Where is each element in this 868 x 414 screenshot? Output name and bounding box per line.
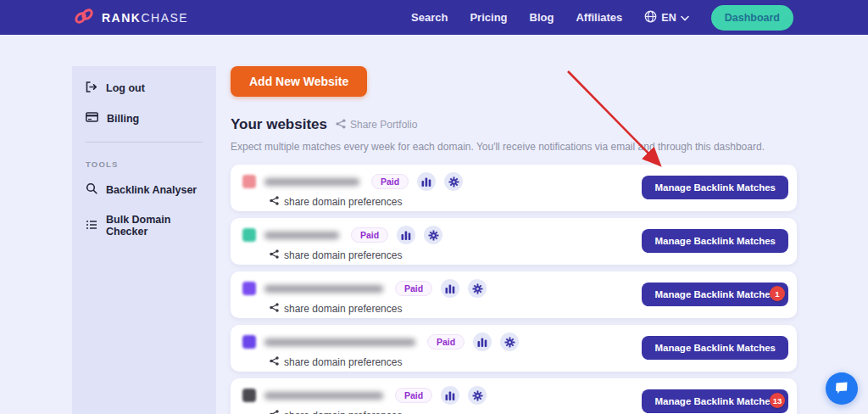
sidebar-item-logout[interactable]: Log out [86, 81, 203, 95]
site-favicon [242, 228, 256, 242]
site-domain-blurred [264, 232, 339, 239]
website-card: Paid [231, 218, 797, 265]
add-new-website-button[interactable]: Add New Website [231, 66, 367, 97]
paid-badge: Paid [395, 388, 432, 403]
bar-chart-icon [445, 391, 455, 400]
nav-links: Search Pricing Blog Affiliates EN Dashbo… [411, 5, 793, 31]
share-preferences-label: share domain preferences [284, 249, 402, 261]
chat-bubble-icon [834, 382, 849, 395]
share-portfolio-link[interactable]: Share Portfolio [336, 119, 417, 131]
nav-link-affiliates[interactable]: Affiliates [576, 11, 622, 24]
website-card: Paid [231, 165, 797, 211]
gear-icon [448, 176, 459, 187]
website-list: Paid [231, 165, 797, 414]
share-icon [270, 410, 279, 414]
billing-icon [86, 112, 98, 125]
site-favicon [242, 282, 256, 295]
sidebar-item-label: Bulk Domain Checker [106, 214, 203, 238]
notification-badge: 1 [770, 286, 785, 301]
site-domain-blurred [264, 338, 415, 346]
sidebar: Log out Billing TOOLS Backlink Analyser [72, 66, 216, 414]
gear-icon [472, 283, 483, 294]
stats-button[interactable] [397, 226, 415, 244]
paid-badge: Paid [371, 174, 409, 189]
notification-badge: 13 [770, 393, 785, 408]
gear-icon [504, 337, 515, 348]
stats-button[interactable] [441, 279, 459, 298]
site-domain-blurred [264, 285, 383, 293]
share-preferences-label: share domain preferences [284, 410, 402, 414]
main-content: Add New Website Your websites Share Port… [231, 66, 797, 414]
sidebar-item-label: Backlink Analyser [106, 184, 197, 196]
sidebar-item-label: Billing [107, 113, 139, 125]
manage-backlink-matches-button[interactable]: Manage Backlink Matches [642, 229, 788, 253]
share-icon [270, 356, 279, 368]
website-card: Paid [231, 271, 797, 318]
website-card: Paid [231, 325, 797, 372]
sidebar-item-backlink-analyser[interactable]: Backlink Analyser [86, 182, 203, 197]
stats-button[interactable] [441, 386, 459, 405]
site-domain-blurred [264, 392, 383, 400]
nav-link-blog[interactable]: Blog [530, 11, 554, 24]
manage-backlink-matches-button[interactable]: Manage Backlink Matches 13 [642, 389, 788, 413]
sidebar-item-label: Log out [106, 82, 145, 94]
settings-button[interactable] [424, 226, 442, 244]
paid-badge: Paid [351, 227, 388, 243]
paid-badge: Paid [395, 281, 432, 296]
settings-button[interactable] [500, 333, 519, 351]
language-label: EN [661, 12, 676, 24]
share-preferences-label: share domain preferences [284, 356, 402, 368]
share-portfolio-label: Share Portfolio [350, 119, 417, 131]
gear-icon [472, 390, 483, 401]
globe-icon [644, 10, 657, 25]
share-preferences-label: share domain preferences [284, 303, 402, 315]
settings-button[interactable] [468, 279, 487, 298]
logout-icon [86, 81, 97, 95]
share-icon [270, 196, 279, 208]
share-icon [336, 119, 346, 131]
nav-link-pricing[interactable]: Pricing [470, 11, 507, 24]
sidebar-section-tools: TOOLS [86, 159, 203, 169]
share-icon [270, 249, 279, 261]
gear-icon [428, 230, 439, 241]
language-selector[interactable]: EN [644, 10, 688, 25]
chevron-down-icon [681, 12, 689, 24]
rankchase-chain-icon [73, 7, 95, 29]
settings-button[interactable] [468, 386, 487, 405]
stats-button[interactable] [417, 172, 436, 191]
top-navbar: RANKCHASE Search Pricing Blog Affiliates… [0, 0, 868, 35]
search-icon [86, 182, 97, 197]
brand-logo[interactable]: RANKCHASE [73, 7, 188, 29]
site-favicon [242, 389, 256, 402]
brand-name: RANKCHASE [102, 11, 188, 25]
manage-backlink-matches-button[interactable]: Manage Backlink Matches [642, 336, 788, 360]
site-domain-blurred [264, 178, 359, 186]
bar-chart-icon [421, 177, 431, 187]
manage-backlink-matches-button[interactable]: Manage Backlink Matches 1 [642, 283, 788, 306]
bar-chart-icon [477, 338, 487, 347]
share-icon [270, 303, 279, 315]
bar-chart-icon [401, 231, 411, 240]
site-favicon [242, 175, 256, 188]
website-card: Paid [231, 378, 797, 414]
page-title: Your websites [231, 116, 327, 133]
list-icon [86, 220, 97, 232]
page: RANKCHASE Search Pricing Blog Affiliates… [0, 0, 868, 414]
stats-button[interactable] [473, 333, 492, 351]
paid-badge: Paid [427, 334, 465, 350]
nav-link-search[interactable]: Search [411, 11, 448, 24]
sidebar-item-billing[interactable]: Billing [86, 112, 203, 125]
sidebar-divider [86, 142, 203, 143]
site-favicon [242, 335, 256, 349]
manage-backlink-matches-button[interactable]: Manage Backlink Matches [642, 176, 788, 199]
dashboard-button[interactable]: Dashboard [711, 5, 793, 31]
dashboard-description: Expect multiple matches every week for e… [231, 141, 797, 153]
chat-launcher-button[interactable] [826, 372, 858, 405]
settings-button[interactable] [444, 172, 463, 191]
share-preferences-label: share domain preferences [284, 196, 402, 208]
bar-chart-icon [445, 284, 455, 294]
sidebar-item-bulk-domain-checker[interactable]: Bulk Domain Checker [86, 214, 203, 238]
